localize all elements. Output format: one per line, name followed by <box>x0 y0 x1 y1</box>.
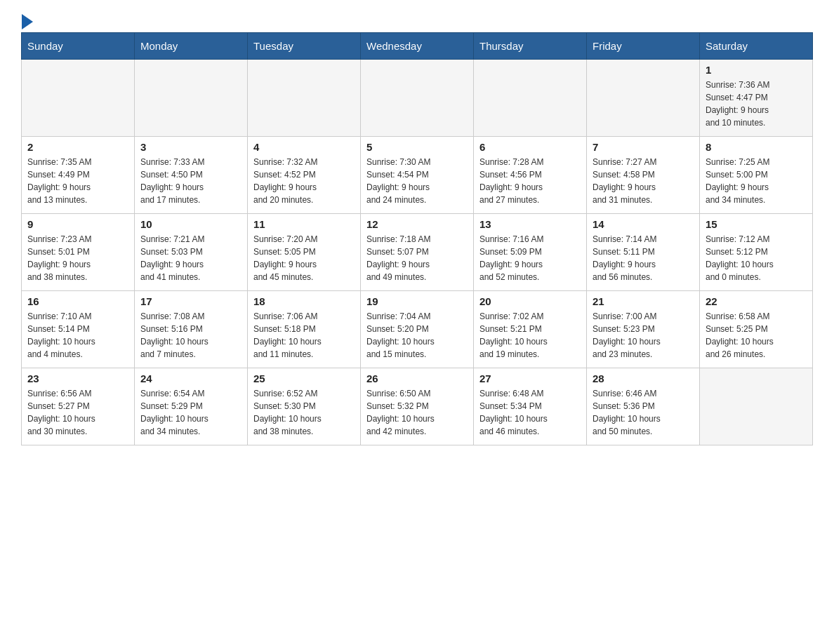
day-info: Sunrise: 6:50 AM Sunset: 5:32 PM Dayligh… <box>366 387 468 438</box>
day-number: 14 <box>593 218 694 230</box>
day-number: 19 <box>366 295 468 307</box>
calendar-cell: 23Sunrise: 6:56 AM Sunset: 5:27 PM Dayli… <box>22 368 135 445</box>
day-number: 18 <box>253 295 355 307</box>
day-info: Sunrise: 7:10 AM Sunset: 5:14 PM Dayligh… <box>27 310 128 361</box>
day-info: Sunrise: 6:56 AM Sunset: 5:27 PM Dayligh… <box>27 387 128 438</box>
day-info: Sunrise: 7:20 AM Sunset: 5:05 PM Dayligh… <box>253 233 355 283</box>
calendar-cell: 26Sunrise: 6:50 AM Sunset: 5:32 PM Dayli… <box>361 368 474 445</box>
calendar-cell: 27Sunrise: 6:48 AM Sunset: 5:34 PM Dayli… <box>474 368 587 445</box>
day-number: 5 <box>366 141 468 153</box>
calendar-cell: 10Sunrise: 7:21 AM Sunset: 5:03 PM Dayli… <box>135 214 248 291</box>
day-number: 21 <box>593 295 694 307</box>
logo-arrow-icon <box>22 14 33 29</box>
calendar-cell: 19Sunrise: 7:04 AM Sunset: 5:20 PM Dayli… <box>361 291 474 368</box>
day-number: 25 <box>253 373 355 384</box>
day-info: Sunrise: 6:52 AM Sunset: 5:30 PM Dayligh… <box>253 387 355 438</box>
calendar-week-row: 16Sunrise: 7:10 AM Sunset: 5:14 PM Dayli… <box>22 291 813 368</box>
calendar-cell: 18Sunrise: 7:06 AM Sunset: 5:18 PM Dayli… <box>248 291 361 368</box>
day-info: Sunrise: 7:32 AM Sunset: 4:52 PM Dayligh… <box>253 156 355 206</box>
calendar-cell: 12Sunrise: 7:18 AM Sunset: 5:07 PM Dayli… <box>361 214 474 291</box>
calendar-cell <box>248 60 361 137</box>
day-info: Sunrise: 7:27 AM Sunset: 4:58 PM Dayligh… <box>593 156 694 206</box>
calendar-cell <box>361 60 474 137</box>
calendar-cell <box>22 60 135 137</box>
day-info: Sunrise: 7:00 AM Sunset: 5:23 PM Dayligh… <box>593 310 694 361</box>
day-info: Sunrise: 7:12 AM Sunset: 5:12 PM Dayligh… <box>706 233 807 283</box>
calendar-cell: 17Sunrise: 7:08 AM Sunset: 5:16 PM Dayli… <box>135 291 248 368</box>
logo <box>21 14 33 25</box>
day-number: 8 <box>706 141 807 153</box>
calendar-week-row: 1Sunrise: 7:36 AM Sunset: 4:47 PM Daylig… <box>22 60 813 137</box>
calendar-cell: 24Sunrise: 6:54 AM Sunset: 5:29 PM Dayli… <box>135 368 248 445</box>
calendar-cell: 4Sunrise: 7:32 AM Sunset: 4:52 PM Daylig… <box>248 137 361 214</box>
day-info: Sunrise: 7:16 AM Sunset: 5:09 PM Dayligh… <box>479 233 581 283</box>
day-number: 17 <box>140 295 241 307</box>
day-number: 22 <box>706 295 807 307</box>
calendar-header-saturday: Saturday <box>700 33 813 60</box>
day-number: 4 <box>253 141 355 153</box>
calendar-cell: 2Sunrise: 7:35 AM Sunset: 4:49 PM Daylig… <box>22 137 135 214</box>
calendar-week-row: 23Sunrise: 6:56 AM Sunset: 5:27 PM Dayli… <box>22 368 813 445</box>
day-info: Sunrise: 7:21 AM Sunset: 5:03 PM Dayligh… <box>140 233 241 283</box>
calendar-cell: 20Sunrise: 7:02 AM Sunset: 5:21 PM Dayli… <box>474 291 587 368</box>
calendar-cell: 28Sunrise: 6:46 AM Sunset: 5:36 PM Dayli… <box>587 368 700 445</box>
day-number: 6 <box>479 141 581 153</box>
calendar-cell: 22Sunrise: 6:58 AM Sunset: 5:25 PM Dayli… <box>700 291 813 368</box>
day-info: Sunrise: 7:18 AM Sunset: 5:07 PM Dayligh… <box>366 233 468 283</box>
calendar-header-monday: Monday <box>135 33 248 60</box>
day-info: Sunrise: 7:04 AM Sunset: 5:20 PM Dayligh… <box>366 310 468 361</box>
calendar-cell: 16Sunrise: 7:10 AM Sunset: 5:14 PM Dayli… <box>22 291 135 368</box>
day-number: 9 <box>27 218 128 230</box>
day-info: Sunrise: 7:06 AM Sunset: 5:18 PM Dayligh… <box>253 310 355 361</box>
calendar-table: SundayMondayTuesdayWednesdayThursdayFrid… <box>21 32 813 445</box>
calendar-cell: 14Sunrise: 7:14 AM Sunset: 5:11 PM Dayli… <box>587 214 700 291</box>
calendar-cell: 1Sunrise: 7:36 AM Sunset: 4:47 PM Daylig… <box>700 60 813 137</box>
calendar-cell: 9Sunrise: 7:23 AM Sunset: 5:01 PM Daylig… <box>22 214 135 291</box>
page-header <box>21 14 813 25</box>
calendar-cell: 8Sunrise: 7:25 AM Sunset: 5:00 PM Daylig… <box>700 137 813 214</box>
day-info: Sunrise: 7:28 AM Sunset: 4:56 PM Dayligh… <box>479 156 581 206</box>
calendar-header-sunday: Sunday <box>22 33 135 60</box>
day-info: Sunrise: 6:46 AM Sunset: 5:36 PM Dayligh… <box>593 387 694 438</box>
day-number: 2 <box>27 141 128 153</box>
calendar-cell <box>135 60 248 137</box>
day-info: Sunrise: 7:02 AM Sunset: 5:21 PM Dayligh… <box>479 310 581 361</box>
calendar-cell: 7Sunrise: 7:27 AM Sunset: 4:58 PM Daylig… <box>587 137 700 214</box>
calendar-cell: 15Sunrise: 7:12 AM Sunset: 5:12 PM Dayli… <box>700 214 813 291</box>
day-number: 12 <box>366 218 468 230</box>
day-info: Sunrise: 7:14 AM Sunset: 5:11 PM Dayligh… <box>593 233 694 283</box>
calendar-cell: 11Sunrise: 7:20 AM Sunset: 5:05 PM Dayli… <box>248 214 361 291</box>
calendar-header-friday: Friday <box>587 33 700 60</box>
calendar-cell <box>474 60 587 137</box>
day-info: Sunrise: 7:23 AM Sunset: 5:01 PM Dayligh… <box>27 233 128 283</box>
day-info: Sunrise: 7:08 AM Sunset: 5:16 PM Dayligh… <box>140 310 241 361</box>
calendar-cell: 13Sunrise: 7:16 AM Sunset: 5:09 PM Dayli… <box>474 214 587 291</box>
calendar-cell: 3Sunrise: 7:33 AM Sunset: 4:50 PM Daylig… <box>135 137 248 214</box>
day-info: Sunrise: 6:54 AM Sunset: 5:29 PM Dayligh… <box>140 387 241 438</box>
day-number: 16 <box>27 295 128 307</box>
day-number: 1 <box>706 64 807 76</box>
calendar-header-thursday: Thursday <box>474 33 587 60</box>
calendar-cell: 25Sunrise: 6:52 AM Sunset: 5:30 PM Dayli… <box>248 368 361 445</box>
day-number: 20 <box>479 295 581 307</box>
day-number: 13 <box>479 218 581 230</box>
day-number: 7 <box>593 141 694 153</box>
day-number: 27 <box>479 373 581 384</box>
day-number: 10 <box>140 218 241 230</box>
day-number: 28 <box>593 373 694 384</box>
day-number: 26 <box>366 373 468 384</box>
day-info: Sunrise: 6:48 AM Sunset: 5:34 PM Dayligh… <box>479 387 581 438</box>
day-info: Sunrise: 6:58 AM Sunset: 5:25 PM Dayligh… <box>706 310 807 361</box>
day-number: 11 <box>253 218 355 230</box>
calendar-cell: 5Sunrise: 7:30 AM Sunset: 4:54 PM Daylig… <box>361 137 474 214</box>
day-info: Sunrise: 7:25 AM Sunset: 5:00 PM Dayligh… <box>706 156 807 206</box>
day-number: 3 <box>140 141 241 153</box>
calendar-cell <box>587 60 700 137</box>
day-number: 15 <box>706 218 807 230</box>
day-number: 24 <box>140 373 241 384</box>
calendar-week-row: 9Sunrise: 7:23 AM Sunset: 5:01 PM Daylig… <box>22 214 813 291</box>
calendar-header-tuesday: Tuesday <box>248 33 361 60</box>
calendar-header-row: SundayMondayTuesdayWednesdayThursdayFrid… <box>22 33 813 60</box>
calendar-week-row: 2Sunrise: 7:35 AM Sunset: 4:49 PM Daylig… <box>22 137 813 214</box>
day-info: Sunrise: 7:35 AM Sunset: 4:49 PM Dayligh… <box>27 156 128 206</box>
